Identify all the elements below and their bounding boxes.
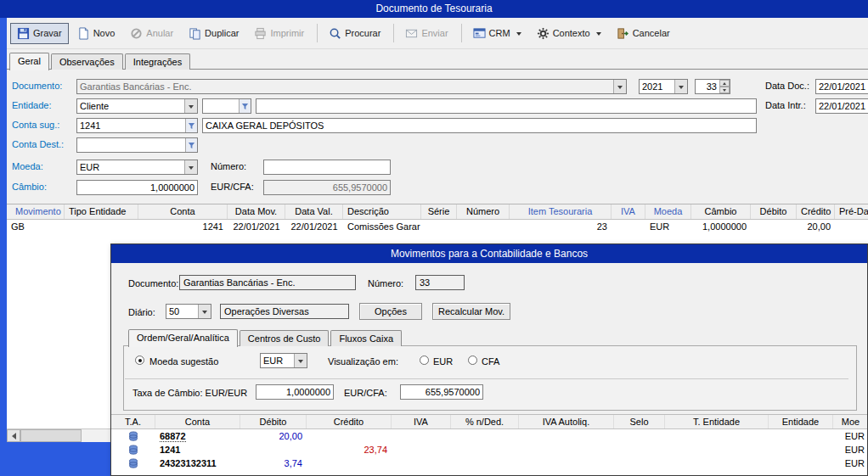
cell-entidade — [769, 434, 833, 438]
cell-credito — [307, 462, 392, 465]
lookup-icon[interactable] — [239, 99, 251, 113]
cambio-field[interactable]: 1,0000000 — [76, 180, 198, 195]
moeda-value: EUR — [80, 160, 194, 174]
column-header-credito: Crédito — [797, 204, 835, 219]
lookup-icon[interactable] — [185, 138, 197, 152]
taxa-cambio-field[interactable]: 1,0000000 — [256, 384, 334, 400]
account-type-icon — [111, 456, 155, 471]
save-button[interactable]: Gravar — [10, 23, 69, 44]
duplicate-button[interactable]: Duplicar — [182, 23, 245, 44]
tab-geral[interactable]: Geral — [9, 53, 49, 70]
table-row[interactable]: 24323132311 3,74 EUR — [111, 456, 868, 470]
modal-titlebar[interactable]: Movimentos para a Contabilidade e Bancos — [111, 244, 867, 263]
table-row[interactable]: 1241 23,74 EUR — [111, 443, 868, 456]
lookup-icon[interactable] — [185, 119, 197, 132]
cell-iva-autoliq — [519, 462, 614, 465]
diario-combo[interactable]: 50 — [166, 304, 211, 319]
documento-combo[interactable]: Garantias Bancárias - Enc. — [76, 79, 627, 94]
recalcular-mov-button[interactable]: Recalcular Mov. — [432, 303, 510, 320]
cell-pnded — [451, 448, 519, 451]
crm-button[interactable]: CRM — [466, 23, 528, 44]
visualizacao-cfa-radio[interactable] — [468, 356, 477, 365]
toolbar: Gravar Novo Anular Duplicar Imprimir Pro… — [7, 18, 868, 49]
conta-dest-field[interactable] — [76, 137, 198, 153]
table-row[interactable]: GB 1241 22/01/2021 22/01/2021 Comissões … — [7, 220, 868, 234]
cell-debito — [751, 220, 797, 234]
column-header-pnded: % n/Ded. — [451, 415, 519, 428]
eurcfa-field[interactable]: 655,9570000 — [263, 180, 391, 195]
cell-iva — [612, 220, 645, 234]
conta-sug-nome-field[interactable]: CAIXA GERAL DEPÓSITOS — [202, 118, 757, 133]
cell-pre-data — [835, 220, 868, 234]
entidade-nome-field[interactable] — [256, 98, 757, 114]
cell-t-entidade — [665, 434, 769, 438]
void-button[interactable]: Anular — [123, 23, 180, 44]
dropdown-arrow-icon — [184, 160, 197, 174]
cell-debito — [240, 448, 307, 451]
modal-documento-label: Documento: — [128, 278, 178, 288]
column-header-item-tesouraria[interactable]: Item Tesouraria — [510, 204, 612, 219]
tab-fluxos-label: Fluxos Caixa — [339, 333, 393, 344]
cell-moeda: EUR — [833, 429, 868, 443]
spinner-buttons[interactable] — [719, 80, 730, 93]
doc-number-stepper[interactable]: 33 — [695, 79, 730, 94]
column-header-data-val: Data Val. — [285, 204, 343, 219]
dropdown-arrow-icon — [184, 99, 197, 113]
column-header-iva[interactable]: IVA — [612, 204, 645, 219]
data-intr-field[interactable]: 22/01/2021 — [815, 98, 868, 114]
new-button[interactable]: Novo — [70, 23, 122, 44]
search-icon — [329, 27, 341, 40]
tab-integracoes[interactable]: Integrações — [125, 53, 190, 70]
printer-icon — [254, 27, 267, 40]
tab-geral-label: Geral — [18, 56, 41, 66]
cell-cambio: 1,0000000 — [691, 220, 751, 234]
print-button[interactable]: Imprimir — [247, 23, 311, 44]
duplicate-label: Duplicar — [205, 28, 239, 38]
context-label: Contexto — [553, 28, 590, 38]
tab-centros-de-custo[interactable]: Centros de Custo — [240, 330, 330, 346]
year-combo[interactable]: 2021 — [639, 79, 688, 94]
cell-selo — [614, 462, 665, 465]
modal-eurcfa-field[interactable]: 655,9570000 — [400, 384, 483, 400]
window-titlebar[interactable]: Documento de Tesouraria — [0, 0, 868, 18]
numero-field[interactable] — [263, 160, 391, 175]
tab-fluxos-caixa[interactable]: Fluxos Caixa — [330, 330, 402, 346]
new-document-icon — [77, 27, 90, 40]
cell-iva — [392, 462, 451, 465]
send-button[interactable]: Enviar — [398, 23, 454, 44]
search-button[interactable]: Procurar — [322, 23, 387, 44]
data-doc-field[interactable]: 22/01/2021 — [815, 79, 868, 94]
cell-iva — [392, 448, 451, 451]
visualizacao-eur-radio[interactable] — [420, 356, 429, 365]
moeda-sugestao-radio[interactable] — [135, 356, 144, 365]
data-intr-label: Data Intr.: — [765, 100, 806, 110]
cell-serie — [421, 220, 457, 234]
cancel-button[interactable]: Cancelar — [610, 23, 677, 44]
search-label: Procurar — [345, 28, 380, 38]
dropdown-arrow-icon — [613, 80, 626, 93]
modal-moeda-combo[interactable]: EUR — [260, 353, 307, 368]
conta-sug-field[interactable]: 1241 — [76, 118, 198, 133]
tab-ordem-geral-analitica[interactable]: Ordem/Geral/Analítica — [128, 329, 238, 347]
table-row[interactable]: 68872 20,00 EUR — [111, 429, 868, 443]
moeda-combo[interactable]: EUR — [76, 160, 198, 175]
entidade-codigo-field[interactable] — [202, 98, 251, 114]
entidade-tipo-combo[interactable]: Cliente — [76, 98, 198, 114]
cell-moeda: EUR — [645, 220, 691, 234]
column-header-movimento[interactable]: Movimento — [7, 204, 65, 219]
send-label: Enviar — [421, 28, 448, 38]
column-header-cambio: Câmbio — [691, 204, 751, 219]
cell-selo — [614, 448, 665, 451]
moeda-sugestao-label: Moeda sugestão — [149, 356, 218, 367]
column-header-t-entidade: T. Entidade — [665, 415, 769, 428]
column-header-moeda[interactable]: Moeda — [645, 204, 691, 219]
cell-moeda: EUR — [833, 456, 868, 470]
cell-numero — [457, 220, 510, 234]
scrollbar-thumb[interactable] — [20, 429, 82, 442]
scroll-left-button[interactable] — [7, 429, 20, 442]
tab-observacoes[interactable]: Observações — [51, 53, 123, 70]
context-button[interactable]: Contexto — [530, 23, 608, 44]
grid-header-row: Movimento Tipo Entidade Conta Data Mov. … — [7, 204, 868, 220]
opcoes-button[interactable]: Opções — [359, 303, 422, 320]
crm-label: CRM — [489, 28, 510, 38]
